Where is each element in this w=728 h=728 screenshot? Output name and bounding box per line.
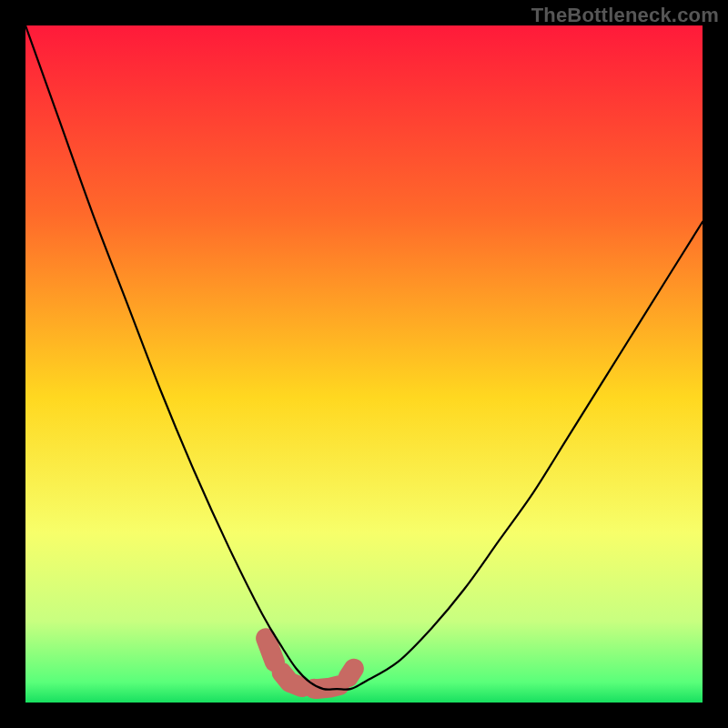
plot-area xyxy=(25,25,703,703)
attribution-label: TheBottleneck.com xyxy=(531,4,719,27)
chart-svg xyxy=(25,25,703,703)
chart-frame: TheBottleneck.com xyxy=(0,0,728,728)
gradient-background xyxy=(25,25,703,703)
